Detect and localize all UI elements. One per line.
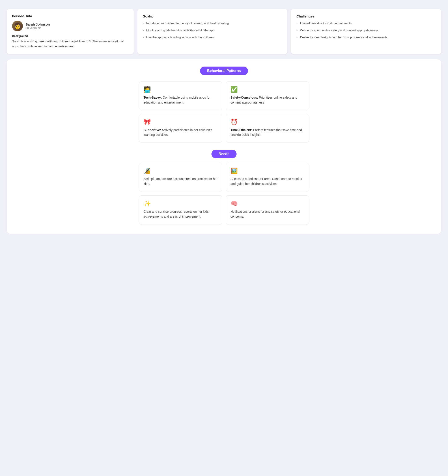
goals-title: Goals: [143,14,282,18]
time-efficient-icon: ⏰ [230,119,304,125]
profile-row: 👩 Sarah Johnson 38 years old [12,21,128,31]
safety-conscious-bold: Safety-Conscious: [230,96,258,99]
needs-card-notifications: 🧠 Notifications or alerts for any safety… [226,195,309,225]
notifications-icon: 🧠 [230,200,304,207]
background-label: Background [12,34,128,38]
pattern-card-supportive: 🎀 Supportive: Actively participates in h… [139,114,222,142]
behavioral-patterns-badge: Behavioral Patterns [200,67,248,75]
needs-grid: 🔏 A simple and secure account creation p… [139,163,309,225]
progress-icon: ✨ [144,200,218,207]
dashboard-icon: 🖼️ [230,167,304,174]
background-text: Sarah is a working parent with two child… [12,39,128,49]
challenges-card: Challenges Limited time due to work comm… [291,9,441,54]
goals-item-1: Introduce her children to the joy of coo… [143,21,282,26]
pattern-card-time-efficient: ⏰ Time-Efficient: Prefers features that … [226,114,309,142]
notifications-text: Notifications or alerts for any safety o… [230,209,304,219]
tech-savvy-bold: Tech-Savvy: [144,96,162,99]
profile-info: Sarah Johnson 38 years old [26,23,50,30]
behavioral-patterns-grid: 🧑‍💻 Tech-Savvy: Comfortable using mobile… [139,81,309,142]
challenges-item-1: Limited time due to work commitments. [296,21,436,26]
time-efficient-bold: Time-Efficient: [230,128,252,132]
safety-conscious-text: Safety-Conscious: Prioritizes online saf… [230,95,304,105]
account-text: A simple and secure account creation pro… [144,177,218,186]
pattern-card-tech-savvy: 🧑‍💻 Tech-Savvy: Comfortable using mobile… [139,81,222,110]
personal-info-title: Personal Info [12,14,128,18]
top-section: Personal Info 👩 Sarah Johnson 38 years o… [7,9,441,54]
goals-item-2: Monitor and guide her kids' activities w… [143,28,282,33]
goals-item-3: Use the app as a bonding activity with h… [143,35,282,40]
dashboard-text: Access to a dedicated Parent Dashboard t… [230,177,304,186]
supportive-text: Supportive: Actively participates in her… [144,128,218,137]
needs-card-progress: ✨ Clear and concise progress reports on … [139,195,222,225]
needs-header: Needs [16,150,432,158]
profile-age: 38 years old [26,26,50,30]
challenges-item-2: Concerns about online safety and content… [296,28,436,33]
needs-card-dashboard: 🖼️ Access to a dedicated Parent Dashboar… [226,163,309,192]
needs-card-account: 🔏 A simple and secure account creation p… [139,163,222,192]
account-icon: 🔏 [144,167,218,174]
pattern-card-safety-conscious: ✅ Safety-Conscious: Prioritizes online s… [226,81,309,110]
tech-savvy-text: Tech-Savvy: Comfortable using mobile app… [144,95,218,105]
needs-badge: Needs [212,150,236,158]
tech-savvy-icon: 🧑‍💻 [144,86,218,93]
challenges-list: Limited time due to work commitments. Co… [296,21,436,40]
avatar-emoji: 👩 [14,23,22,29]
personal-info-card: Personal Info 👩 Sarah Johnson 38 years o… [7,9,134,54]
avatar: 👩 [12,21,23,31]
safety-conscious-icon: ✅ [230,86,304,93]
time-efficient-text: Time-Efficient: Prefers features that sa… [230,128,304,137]
challenges-title: Challenges [296,14,436,18]
profile-name: Sarah Johnson [26,23,50,26]
behavioral-patterns-header: Behavioral Patterns [16,67,432,75]
supportive-bold: Supportive: [144,128,161,132]
challenges-item-3: Desire for clear insights into her kids'… [296,35,436,40]
supportive-icon: 🎀 [144,119,218,125]
behavioral-patterns-section: Behavioral Patterns 🧑‍💻 Tech-Savvy: Comf… [7,59,441,234]
progress-text: Clear and concise progress reports on he… [144,209,218,219]
goals-list: Introduce her children to the joy of coo… [143,21,282,40]
goals-card: Goals: Introduce her children to the joy… [137,9,288,54]
